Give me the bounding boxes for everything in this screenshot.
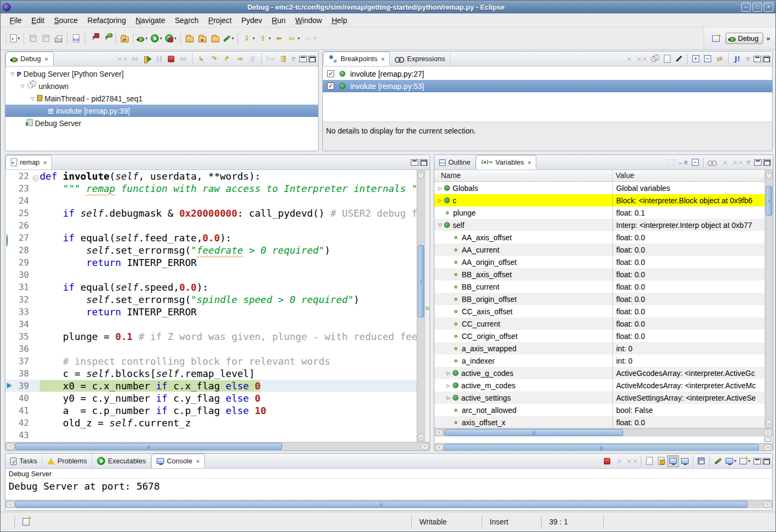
show-type-names-button[interactable] — [664, 157, 676, 168]
run-to-line-button[interactable]: ⇒ — [233, 53, 246, 65]
maximize-view-button[interactable] — [763, 458, 770, 464]
variables-col-header-value[interactable]: Value — [612, 170, 773, 181]
code-line-29[interactable]: 29 return INTERP_ERROR — [5, 256, 430, 269]
variable-row-CC_current[interactable]: CC_currentfloat: 0.0 — [434, 317, 773, 330]
variable-row-AA_current[interactable]: AA_currentfloat: 0.0 — [434, 243, 773, 256]
last-edit-location-button[interactable]: ⬅ — [272, 32, 285, 46]
minimize-view-button[interactable] — [299, 56, 307, 62]
console-output[interactable]: Debug Server at port: 5678 — [5, 479, 772, 500]
code-line-27[interactable]: 27 if equal(self.feed_rate,0.0): — [5, 232, 430, 244]
variables-col-header-name[interactable]: Name — [434, 170, 612, 181]
tab-problems[interactable]: Problems — [42, 454, 92, 468]
tab-expressions[interactable]: Expressions — [390, 51, 450, 66]
gutter[interactable] — [5, 343, 14, 355]
code-line-23[interactable]: 23 """ remap function with raw access to… — [5, 182, 430, 195]
variable-row-BB_axis_offset[interactable]: BB_axis_offsetfloat: 0.0 — [434, 268, 773, 280]
gutter[interactable] — [5, 392, 14, 404]
scroll-down-arrow[interactable]: ⌄ — [418, 433, 424, 441]
variable-row-active_m_codes[interactable]: ▷active_m_codesActiveMcodesArray: <inter… — [434, 379, 773, 391]
minimize-button[interactable]: – — [741, 3, 751, 12]
code-line-34[interactable]: 34 — [5, 318, 430, 330]
gutter[interactable] — [5, 219, 14, 232]
variables-outer-hscroll-thumb[interactable]: ||| — [444, 444, 759, 451]
code-line-43[interactable]: 43 — [5, 429, 430, 441]
step-into-button[interactable]: ↳ — [195, 53, 208, 65]
menu-help[interactable]: Help — [327, 14, 352, 26]
code-line-41[interactable]: 41 a = c.p_number if c.p_flag else 10 — [5, 404, 430, 417]
save-console-button[interactable] — [696, 455, 707, 467]
code-line-36[interactable]: 36 — [5, 343, 430, 355]
instruction-pointer-marker[interactable] — [5, 380, 14, 392]
remove-all-variables-button[interactable]: ×× — [731, 157, 744, 168]
gutter[interactable] — [5, 293, 14, 306]
variable-row-self[interactable]: ▽selfInterp: <interpreter.Interp object … — [434, 219, 773, 231]
menu-navigate[interactable]: Navigate — [131, 14, 170, 26]
tree-expander-icon[interactable]: ▷ — [437, 198, 444, 203]
tree-expander-icon[interactable]: ▷ — [445, 371, 452, 376]
editor-vscroll-thumb[interactable]: ≡ — [418, 245, 424, 317]
menu-pydev[interactable]: Pydev — [237, 14, 267, 26]
code-line-26[interactable]: 26 — [5, 219, 430, 232]
scroll-right-arrow[interactable]: › — [763, 501, 772, 508]
close-icon[interactable]: × — [43, 159, 47, 166]
debug-perspective-button[interactable]: Debug — [726, 33, 763, 44]
scroll-left-arrow[interactable]: ‹ — [6, 443, 14, 450]
code-line-22[interactable]: 22−def involute(self, userdata, **words)… — [5, 170, 430, 182]
menu-edit[interactable]: Edit — [27, 14, 49, 26]
search-button[interactable]: ▾ — [221, 32, 235, 46]
debug-tree-item[interactable]: ▽unknown — [5, 80, 318, 92]
binary-editor-button[interactable]: 010 — [70, 32, 83, 46]
perspective-overflow-chevron[interactable]: » — [766, 35, 770, 42]
add-to-expressions-button[interactable] — [676, 157, 689, 168]
variable-row-AA_axis_offset[interactable]: AA_axis_offsetfloat: 0.0 — [434, 231, 773, 243]
skip-all-breakpoints-button[interactable] — [673, 53, 685, 65]
variable-row-axis_offset_x[interactable]: axis_offset_xfloat: 0.0 — [434, 416, 773, 428]
gutter[interactable] — [5, 417, 14, 429]
scroll-up-arrow[interactable]: ⌃ — [418, 171, 424, 179]
gutter[interactable] — [5, 170, 14, 182]
tree-expander-icon[interactable]: ▷ — [445, 383, 452, 388]
debug-tree-item[interactable]: ▽PDebug Server [Python Server] — [5, 68, 318, 80]
minimize-view-button[interactable] — [753, 56, 761, 62]
gutter[interactable] — [5, 330, 14, 343]
run-last-button[interactable]: ▾ — [164, 32, 178, 46]
run-button[interactable]: ▾ — [149, 32, 164, 46]
scroll-down-arrow[interactable]: ⌄ — [766, 419, 772, 427]
tab-outline[interactable]: Outline — [434, 155, 476, 169]
tab-breakpoints[interactable]: Breakpoints × — [323, 51, 390, 66]
gutter[interactable] — [5, 318, 14, 330]
reconnect-button[interactable]: ⋈ — [129, 53, 142, 65]
debug-button[interactable]: ▾ — [136, 32, 149, 46]
variable-row-active_settings[interactable]: ▷active_settingsActiveSettingsArray: <in… — [434, 391, 773, 404]
code-line-31[interactable]: 31 if equal(self.speed,0.0): — [5, 281, 430, 293]
python-breakpoint-button[interactable]: P — [87, 32, 100, 46]
menu-search[interactable]: Search — [170, 14, 203, 26]
view-menu-icon[interactable]: ▽ — [744, 160, 752, 165]
variable-row-arc_not_allowed[interactable]: arc_not_allowedbool: False — [434, 404, 773, 416]
remove-all-breakpoints-button[interactable]: ×× — [635, 53, 648, 65]
variables-outer-horizontal-scrollbar[interactable]: ‹ ||| › — [434, 443, 773, 451]
debug-tree-item[interactable]: Debug Server — [5, 117, 318, 129]
gutter[interactable] — [5, 355, 14, 367]
editor-hscroll-thumb[interactable]: ||| — [15, 443, 282, 450]
link-with-debug-button[interactable]: ⇄ — [713, 53, 726, 65]
drop-to-frame-button[interactable]: ⇶ — [277, 53, 290, 65]
show-supported-breakpoints-button[interactable] — [648, 53, 661, 65]
debug-tree-item[interactable]: ▽MainThread - pid27841_seq1 — [5, 92, 318, 105]
editor-horizontal-scrollbar[interactable]: ‹ ||| › — [5, 442, 430, 450]
tree-expander-icon[interactable]: ▽ — [437, 223, 444, 228]
menu-run[interactable]: Run — [267, 14, 291, 26]
variable-row-CC_origin_offset[interactable]: CC_origin_offsetfloat: 0.0 — [434, 330, 773, 342]
close-icon[interactable]: × — [45, 56, 48, 62]
save-all-button[interactable] — [39, 32, 52, 46]
gutter[interactable] — [5, 429, 14, 441]
variable-row-a_axis_wrapped[interactable]: a_axis_wrappedint: 0 — [434, 342, 773, 354]
code-line-25[interactable]: 25 if self.debugmask & 0x20000000: call_… — [5, 207, 430, 219]
code-line-30[interactable]: 30 — [5, 269, 430, 281]
variable-row-plunge[interactable]: plungefloat: 0.1 — [434, 206, 773, 219]
gutter[interactable] — [5, 256, 14, 269]
variables-vertical-scrollbar[interactable]: ⌃ ≡ ⌄ — [765, 170, 773, 428]
removeall-terminated-button[interactable]: ×× — [116, 53, 129, 65]
terminate-button[interactable] — [165, 53, 177, 65]
remove-all-launches-button[interactable]: ×× — [626, 455, 639, 467]
